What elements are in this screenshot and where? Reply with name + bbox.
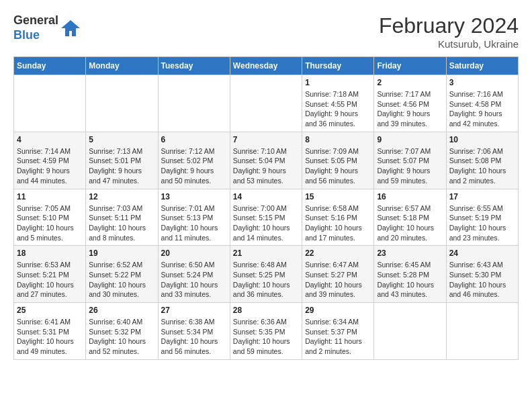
- day-number: 12: [89, 192, 154, 201]
- calendar-cell: 18Sunrise: 6:53 AM Sunset: 5:21 PM Dayli…: [14, 246, 86, 303]
- day-info: Sunrise: 6:58 AM Sunset: 5:16 PM Dayligh…: [305, 203, 371, 243]
- day-info: Sunrise: 7:18 AM Sunset: 4:55 PM Dayligh…: [305, 89, 371, 129]
- day-info: Sunrise: 6:40 AM Sunset: 5:32 PM Dayligh…: [89, 317, 154, 357]
- day-number: 11: [17, 192, 83, 201]
- day-number: 22: [305, 248, 371, 258]
- calendar-cell: [86, 75, 158, 132]
- calendar-cell: 10Sunrise: 7:06 AM Sunset: 5:08 PM Dayli…: [446, 132, 518, 189]
- calendar-cell: 16Sunrise: 6:57 AM Sunset: 5:18 PM Dayli…: [374, 189, 446, 246]
- day-number: 20: [161, 248, 227, 258]
- calendar-cell: 1Sunrise: 7:18 AM Sunset: 4:55 PM Daylig…: [302, 75, 374, 132]
- calendar-cell: [230, 75, 302, 132]
- calendar-cell: [158, 75, 230, 132]
- day-info: Sunrise: 7:01 AM Sunset: 5:13 PM Dayligh…: [161, 203, 227, 243]
- day-info: Sunrise: 7:03 AM Sunset: 5:11 PM Dayligh…: [89, 203, 154, 243]
- weekday-header-sunday: Sunday: [14, 57, 86, 75]
- day-number: 17: [449, 192, 515, 201]
- day-number: 21: [233, 248, 299, 258]
- calendar-cell: 17Sunrise: 6:55 AM Sunset: 5:19 PM Dayli…: [446, 189, 518, 246]
- calendar-week-5: 25Sunrise: 6:41 AM Sunset: 5:31 PM Dayli…: [14, 303, 519, 360]
- day-number: 16: [377, 192, 443, 201]
- calendar-cell: 9Sunrise: 7:07 AM Sunset: 5:07 PM Daylig…: [374, 132, 446, 189]
- calendar-cell: 22Sunrise: 6:47 AM Sunset: 5:27 PM Dayli…: [302, 246, 374, 303]
- calendar-week-4: 18Sunrise: 6:53 AM Sunset: 5:21 PM Dayli…: [14, 246, 519, 303]
- day-number: 29: [305, 306, 371, 315]
- calendar-table: SundayMondayTuesdayWednesdayThursdayFrid…: [13, 56, 519, 360]
- calendar-cell: 2Sunrise: 7:17 AM Sunset: 4:56 PM Daylig…: [374, 75, 446, 132]
- calendar-body: 1Sunrise: 7:18 AM Sunset: 4:55 PM Daylig…: [14, 75, 519, 360]
- day-info: Sunrise: 7:14 AM Sunset: 4:59 PM Dayligh…: [17, 146, 83, 186]
- calendar-cell: 8Sunrise: 7:09 AM Sunset: 5:05 PM Daylig…: [302, 132, 374, 189]
- day-number: 13: [161, 192, 227, 201]
- day-info: Sunrise: 7:07 AM Sunset: 5:07 PM Dayligh…: [377, 146, 443, 186]
- calendar-cell: 4Sunrise: 7:14 AM Sunset: 4:59 PM Daylig…: [14, 132, 86, 189]
- day-number: 1: [305, 78, 371, 87]
- weekday-header-thursday: Thursday: [302, 57, 374, 75]
- weekday-header-monday: Monday: [86, 57, 158, 75]
- day-number: 2: [377, 78, 443, 87]
- day-info: Sunrise: 6:34 AM Sunset: 5:37 PM Dayligh…: [305, 317, 371, 357]
- day-info: Sunrise: 6:57 AM Sunset: 5:18 PM Dayligh…: [377, 203, 443, 243]
- day-info: Sunrise: 7:10 AM Sunset: 5:04 PM Dayligh…: [233, 146, 299, 186]
- calendar-cell: 29Sunrise: 6:34 AM Sunset: 5:37 PM Dayli…: [302, 303, 374, 360]
- calendar-header: SundayMondayTuesdayWednesdayThursdayFrid…: [14, 57, 519, 75]
- weekday-header-saturday: Saturday: [446, 57, 518, 75]
- day-number: 24: [449, 248, 515, 258]
- day-number: 25: [17, 306, 83, 315]
- calendar-cell: [374, 303, 446, 360]
- day-number: 27: [161, 306, 227, 315]
- day-number: 15: [305, 192, 371, 201]
- weekday-row: SundayMondayTuesdayWednesdayThursdayFrid…: [14, 57, 519, 75]
- calendar-cell: 21Sunrise: 6:48 AM Sunset: 5:25 PM Dayli…: [230, 246, 302, 303]
- day-number: 8: [305, 135, 371, 144]
- day-number: 6: [161, 135, 227, 144]
- calendar-cell: [14, 75, 86, 132]
- calendar-week-3: 11Sunrise: 7:05 AM Sunset: 5:10 PM Dayli…: [14, 189, 519, 246]
- calendar-week-1: 1Sunrise: 7:18 AM Sunset: 4:55 PM Daylig…: [14, 75, 519, 132]
- location: Kutsurub, Ukraine: [379, 38, 519, 50]
- day-number: 10: [449, 135, 515, 144]
- svg-marker-0: [61, 20, 80, 36]
- logo: General Blue: [13, 13, 80, 42]
- day-info: Sunrise: 6:52 AM Sunset: 5:22 PM Dayligh…: [89, 260, 154, 300]
- day-info: Sunrise: 6:43 AM Sunset: 5:30 PM Dayligh…: [449, 260, 515, 300]
- calendar-cell: 3Sunrise: 7:16 AM Sunset: 4:58 PM Daylig…: [446, 75, 518, 132]
- day-number: 23: [377, 248, 443, 258]
- day-info: Sunrise: 6:45 AM Sunset: 5:28 PM Dayligh…: [377, 260, 443, 300]
- day-info: Sunrise: 6:41 AM Sunset: 5:31 PM Dayligh…: [17, 317, 83, 357]
- day-info: Sunrise: 6:47 AM Sunset: 5:27 PM Dayligh…: [305, 260, 371, 300]
- calendar-cell: 27Sunrise: 6:38 AM Sunset: 5:34 PM Dayli…: [158, 303, 230, 360]
- day-info: Sunrise: 6:48 AM Sunset: 5:25 PM Dayligh…: [233, 260, 299, 300]
- calendar-cell: 24Sunrise: 6:43 AM Sunset: 5:30 PM Dayli…: [446, 246, 518, 303]
- day-info: Sunrise: 7:09 AM Sunset: 5:05 PM Dayligh…: [305, 146, 371, 186]
- day-info: Sunrise: 6:55 AM Sunset: 5:19 PM Dayligh…: [449, 203, 515, 243]
- day-info: Sunrise: 7:17 AM Sunset: 4:56 PM Dayligh…: [377, 89, 443, 129]
- calendar-cell: 13Sunrise: 7:01 AM Sunset: 5:13 PM Dayli…: [158, 189, 230, 246]
- weekday-header-tuesday: Tuesday: [158, 57, 230, 75]
- day-info: Sunrise: 7:16 AM Sunset: 4:58 PM Dayligh…: [449, 89, 515, 129]
- day-info: Sunrise: 7:13 AM Sunset: 5:01 PM Dayligh…: [89, 146, 154, 186]
- day-info: Sunrise: 6:53 AM Sunset: 5:21 PM Dayligh…: [17, 260, 83, 300]
- day-number: 19: [89, 248, 154, 258]
- calendar-cell: [446, 303, 518, 360]
- weekday-header-friday: Friday: [374, 57, 446, 75]
- month-title: February 2024: [379, 13, 519, 38]
- day-info: Sunrise: 6:38 AM Sunset: 5:34 PM Dayligh…: [161, 317, 227, 357]
- calendar-week-2: 4Sunrise: 7:14 AM Sunset: 4:59 PM Daylig…: [14, 132, 519, 189]
- day-info: Sunrise: 7:12 AM Sunset: 5:02 PM Dayligh…: [161, 146, 227, 186]
- day-number: 7: [233, 135, 299, 144]
- day-number: 4: [17, 135, 83, 144]
- calendar-cell: 20Sunrise: 6:50 AM Sunset: 5:24 PM Dayli…: [158, 246, 230, 303]
- calendar-cell: 26Sunrise: 6:40 AM Sunset: 5:32 PM Dayli…: [86, 303, 158, 360]
- day-number: 18: [17, 248, 83, 258]
- page-header: General Blue February 2024 Kutsurub, Ukr…: [13, 13, 519, 50]
- day-number: 26: [89, 306, 154, 315]
- calendar-cell: 19Sunrise: 6:52 AM Sunset: 5:22 PM Dayli…: [86, 246, 158, 303]
- logo-text: General Blue: [13, 13, 58, 42]
- calendar-cell: 23Sunrise: 6:45 AM Sunset: 5:28 PM Dayli…: [374, 246, 446, 303]
- title-block: February 2024 Kutsurub, Ukraine: [379, 13, 519, 50]
- calendar-cell: 6Sunrise: 7:12 AM Sunset: 5:02 PM Daylig…: [158, 132, 230, 189]
- day-info: Sunrise: 7:00 AM Sunset: 5:15 PM Dayligh…: [233, 203, 299, 243]
- weekday-header-wednesday: Wednesday: [230, 57, 302, 75]
- logo-bird-icon: [61, 19, 80, 38]
